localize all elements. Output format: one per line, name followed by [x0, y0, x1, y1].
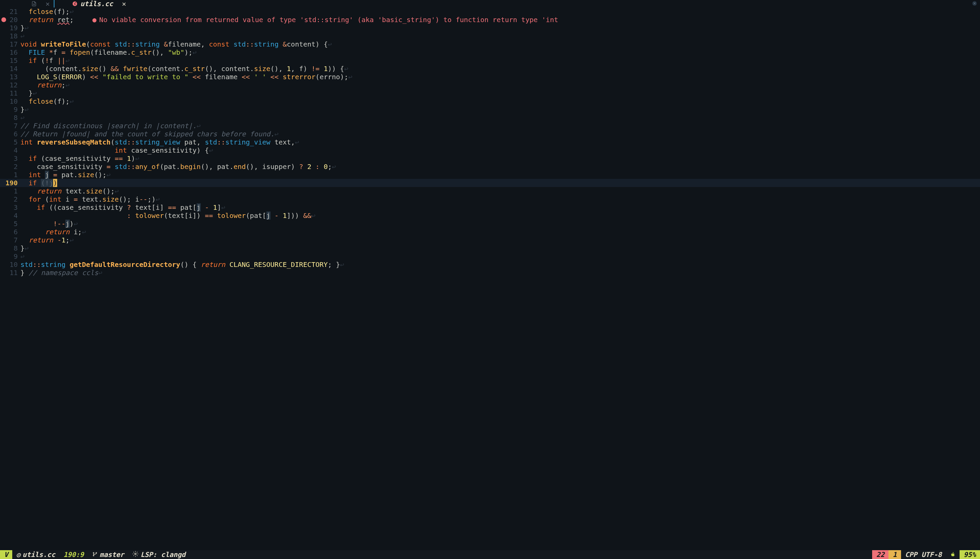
- code-line[interactable]: 1 return text.size();↩: [0, 187, 980, 195]
- line-number: 3: [0, 154, 20, 162]
- code-line[interactable]: 8}↩: [0, 244, 980, 252]
- line-number: 8: [0, 114, 20, 122]
- code-line[interactable]: 8↩: [0, 114, 980, 122]
- line-number: 9: [0, 252, 20, 260]
- code-line[interactable]: 20 return ret;●No viable conversion from…: [0, 16, 980, 24]
- code-content: for (int i = text.size(); i--;)↩: [20, 195, 980, 203]
- code-content: ↩: [20, 114, 980, 122]
- code-content: ↩: [20, 252, 980, 260]
- cursor-position: 190:9: [59, 550, 88, 559]
- code-line[interactable]: 12 return;↩: [0, 81, 980, 89]
- code-line[interactable]: 17void writeToFile(const std::string &fi…: [0, 40, 980, 48]
- editor[interactable]: 21 fclose(f);↩20 return ret;●No viable c…: [0, 7, 980, 550]
- line-number: 16: [0, 48, 20, 56]
- code-line[interactable]: 5 !--j)↩: [0, 220, 980, 228]
- code-content: LOG_S(ERROR) << "failed to write to " <<…: [20, 73, 980, 81]
- code-line[interactable]: 6 return i;↩: [0, 228, 980, 236]
- line-number: 10: [0, 260, 20, 269]
- code-line[interactable]: 14 (content.size() && fwrite(content.c_s…: [0, 64, 980, 73]
- code-content: } // namespace ccls↩: [20, 269, 980, 277]
- line-number: 6: [0, 228, 20, 236]
- line-number: 15: [0, 56, 20, 64]
- code-line[interactable]: 18↩: [0, 32, 980, 40]
- line-number: 2: [0, 162, 20, 171]
- code-line[interactable]: 2 for (int i = text.size(); i--;)↩: [0, 195, 980, 203]
- code-content: if (!j): [20, 179, 980, 187]
- code-content: int j = pat.size();↩: [20, 171, 980, 179]
- close-icon[interactable]: ✕: [46, 0, 50, 8]
- code-content: }↩: [20, 106, 980, 114]
- code-content: // Find discontinous |search| in |conten…: [20, 122, 980, 130]
- line-number: 12: [0, 81, 20, 89]
- code-line[interactable]: 3 if ((case_sensitivity ? text[i] == pat…: [0, 203, 980, 212]
- status-bar: V ◎ utils.cc 190:9 master LSP: clangd 22…: [0, 550, 980, 559]
- error-count[interactable]: 22: [872, 550, 889, 559]
- gear-icon: [133, 551, 139, 559]
- cpp-file-icon: C: [72, 1, 78, 7]
- line-number: 4: [0, 146, 20, 154]
- line-number: 9: [0, 106, 20, 114]
- code-line[interactable]: 16 FILE *f = fopen(filename.c_str(), "wb…: [0, 48, 980, 56]
- code-content: }↩: [20, 89, 980, 97]
- code-content: if (case_sensitivity == 1)↩: [20, 154, 980, 162]
- code-line[interactable]: 15 if (!f ||↩: [0, 56, 980, 64]
- tab-inactive[interactable]: ✕: [27, 0, 54, 7]
- line-number: 19: [0, 24, 20, 32]
- status-filename: utils.cc: [22, 551, 55, 559]
- line-number: 1: [0, 187, 20, 195]
- code-line[interactable]: 10 fclose(f);↩: [0, 97, 980, 106]
- code-content: ↩: [20, 32, 980, 40]
- branch-icon: [92, 551, 98, 559]
- lsp-status: LSP: clangd: [128, 550, 872, 559]
- code-line[interactable]: 11} // namespace ccls↩: [0, 269, 980, 277]
- line-number: 7: [0, 122, 20, 130]
- line-number: 5: [0, 220, 20, 228]
- line-number: 8: [0, 244, 20, 252]
- close-pane-icon[interactable]: [972, 0, 977, 8]
- code-content: return;↩: [20, 81, 980, 89]
- code-content: int reverseSubseqMatch(std::string_view …: [20, 138, 980, 146]
- line-number: 5: [0, 138, 20, 146]
- code-line[interactable]: 13 LOG_S(ERROR) << "failed to write to "…: [0, 73, 980, 81]
- code-line[interactable]: 2 case_sensitivity = std::any_of(pat.beg…: [0, 162, 980, 171]
- code-line[interactable]: 21 fclose(f);↩: [0, 7, 980, 16]
- code-content: (content.size() && fwrite(content.c_str(…: [20, 64, 980, 73]
- code-line[interactable]: 6// Return |found| and the count of skip…: [0, 130, 980, 138]
- line-number: 3: [0, 203, 20, 212]
- code-line[interactable]: 7 return -1;↩: [0, 236, 980, 244]
- code-content: return ret;●No viable conversion from re…: [20, 16, 980, 24]
- code-line[interactable]: 9}↩: [0, 106, 980, 114]
- target-icon: ◎: [17, 551, 20, 559]
- code-line[interactable]: 9↩: [0, 252, 980, 260]
- code-content: FILE *f = fopen(filename.c_str(), "wb");…: [20, 48, 980, 56]
- code-line[interactable]: 4 int case_sensitivity) {↩: [0, 146, 980, 154]
- file-icon: [31, 1, 37, 7]
- filetype-indicator: CPP UTF-8: [901, 550, 946, 559]
- code-content: // Return |found| and the count of skipp…: [20, 130, 980, 138]
- code-line[interactable]: 11 }↩: [0, 89, 980, 97]
- code-line[interactable]: 1 int j = pat.size();↩: [0, 171, 980, 179]
- code-line[interactable]: 3 if (case_sensitivity == 1)↩: [0, 154, 980, 162]
- tab-separator: [54, 0, 55, 7]
- code-line[interactable]: 7// Find discontinous |search| in |conte…: [0, 122, 980, 130]
- code-line[interactable]: 19}↩: [0, 24, 980, 32]
- code-content: }↩: [20, 24, 980, 32]
- code-content: if ((case_sensitivity ? text[i] == pat[j…: [20, 203, 980, 212]
- svg-point-8: [135, 553, 136, 555]
- code-line[interactable]: 190 if (!j): [0, 179, 980, 187]
- line-number: 11: [0, 89, 20, 97]
- battery-indicator: 95%: [960, 550, 980, 559]
- code-area[interactable]: 21 fclose(f);↩20 return ret;●No viable c…: [0, 7, 980, 550]
- tab-bar: ✕ C utils.cc ✕: [0, 0, 980, 7]
- code-content: fclose(f);↩: [20, 7, 980, 16]
- close-icon[interactable]: ✕: [122, 0, 126, 8]
- line-number: 2: [0, 195, 20, 203]
- warning-count[interactable]: 1: [889, 550, 901, 559]
- code-line[interactable]: 10std::string getDefaultResourceDirector…: [0, 260, 980, 269]
- code-line[interactable]: 4 : tolower(text[i]) == tolower(pat[j - …: [0, 212, 980, 220]
- inline-error: ●No viable conversion from returned valu…: [93, 16, 559, 24]
- svg-point-5: [93, 552, 94, 554]
- code-line[interactable]: 5int reverseSubseqMatch(std::string_view…: [0, 138, 980, 146]
- line-number: 11: [0, 269, 20, 277]
- tab-active[interactable]: C utils.cc ✕: [68, 0, 130, 7]
